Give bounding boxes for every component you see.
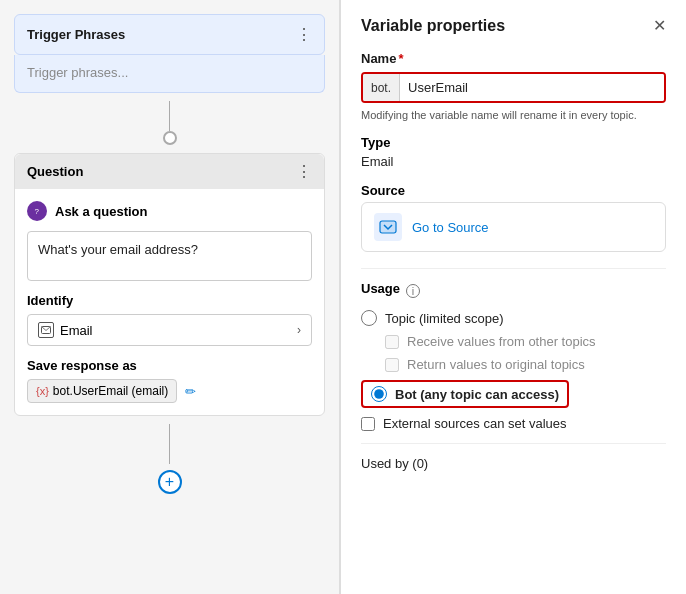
right-panel: Variable properties ✕ Name* bot. Modifyi…: [340, 0, 686, 594]
trigger-phrases-card: Trigger Phrases ⋮: [14, 14, 325, 55]
question-title: Question: [27, 164, 83, 179]
bottom-connector: +: [0, 416, 339, 594]
external-checkbox-input[interactable]: [361, 417, 375, 431]
type-value: Email: [361, 154, 666, 169]
close-button[interactable]: ✕: [653, 16, 666, 35]
question-body: ? Ask a question What's your email addre…: [15, 189, 324, 415]
usage-label: Usage: [361, 281, 400, 296]
save-response-label: Save response as: [27, 358, 312, 373]
question-text: What's your email address?: [38, 242, 198, 257]
svg-rect-3: [380, 221, 396, 233]
edit-icon[interactable]: ✏: [185, 384, 196, 399]
radio-bot-highlighted[interactable]: Bot (any topic can access): [361, 380, 569, 408]
checkbox-return: Return values to original topics: [385, 357, 666, 372]
variable-text: bot.UserEmail (email): [53, 384, 168, 398]
trigger-phrases-menu-icon[interactable]: ⋮: [296, 25, 312, 44]
checkbox-return-label: Return values to original topics: [407, 357, 585, 372]
connector-top: [0, 93, 339, 153]
identify-label: Identify: [27, 293, 312, 308]
connector-circle-top: [163, 131, 177, 145]
checkbox-receive: Receive values from other topics: [385, 334, 666, 349]
usage-row: Usage i: [361, 281, 666, 300]
left-panel: Trigger Phrases ⋮ Trigger phrases... Que…: [0, 0, 340, 594]
radio-bot-input[interactable]: [371, 386, 387, 402]
connector-line-top: [169, 101, 170, 131]
question-menu-icon[interactable]: ⋮: [296, 162, 312, 181]
name-hint: Modifying the variable name will rename …: [361, 109, 666, 121]
question-card: Question ⋮ ? Ask a question What's your …: [14, 153, 325, 416]
radio-topic-input[interactable]: [361, 310, 377, 326]
panel-header: Variable properties ✕: [361, 16, 666, 35]
panel-title: Variable properties: [361, 17, 505, 35]
bottom-line: [169, 424, 170, 464]
external-checkbox-row: External sources can set values: [361, 416, 666, 431]
type-label: Type: [361, 135, 666, 150]
source-link[interactable]: Go to Source: [412, 220, 489, 235]
external-label: External sources can set values: [383, 416, 567, 431]
email-icon-box: [38, 322, 54, 338]
used-by: Used by (0): [361, 456, 666, 471]
source-box[interactable]: Go to Source: [361, 202, 666, 252]
identify-box[interactable]: Email ›: [27, 314, 312, 346]
source-label: Source: [361, 183, 666, 198]
radio-bot-label: Bot (any topic can access): [395, 387, 559, 402]
radio-topic[interactable]: Topic (limited scope): [361, 310, 666, 326]
checkbox-return-input[interactable]: [385, 358, 399, 372]
trigger-phrases-content: Trigger phrases...: [14, 55, 325, 93]
divider-2: [361, 443, 666, 444]
question-text-box[interactable]: What's your email address?: [27, 231, 312, 281]
trigger-phrases-title: Trigger Phrases: [27, 27, 125, 42]
ask-question-row: ? Ask a question: [27, 201, 312, 221]
name-prefix: bot.: [363, 74, 400, 101]
name-row: bot.: [361, 72, 666, 103]
save-response-row: {x} bot.UserEmail (email) ✏: [27, 379, 312, 403]
trigger-phrases-placeholder: Trigger phrases...: [27, 65, 128, 80]
name-label: Name*: [361, 51, 666, 66]
variable-badge[interactable]: {x} bot.UserEmail (email): [27, 379, 177, 403]
ask-label: Ask a question: [55, 204, 147, 219]
ask-icon: ?: [27, 201, 47, 221]
identify-inner: Email: [38, 322, 93, 338]
checkbox-receive-input[interactable]: [385, 335, 399, 349]
divider: [361, 268, 666, 269]
required-star: *: [398, 51, 403, 66]
checkbox-receive-label: Receive values from other topics: [407, 334, 596, 349]
name-input[interactable]: [400, 74, 664, 101]
radio-topic-label: Topic (limited scope): [385, 311, 504, 326]
svg-text:?: ?: [35, 207, 40, 216]
question-header: Question ⋮: [15, 154, 324, 189]
chevron-right-icon: ›: [297, 323, 301, 337]
usage-info-icon: i: [406, 284, 420, 298]
add-step-button[interactable]: +: [158, 470, 182, 494]
source-icon: [374, 213, 402, 241]
identify-value: Email: [60, 323, 93, 338]
variable-prefix: {x}: [36, 385, 49, 397]
